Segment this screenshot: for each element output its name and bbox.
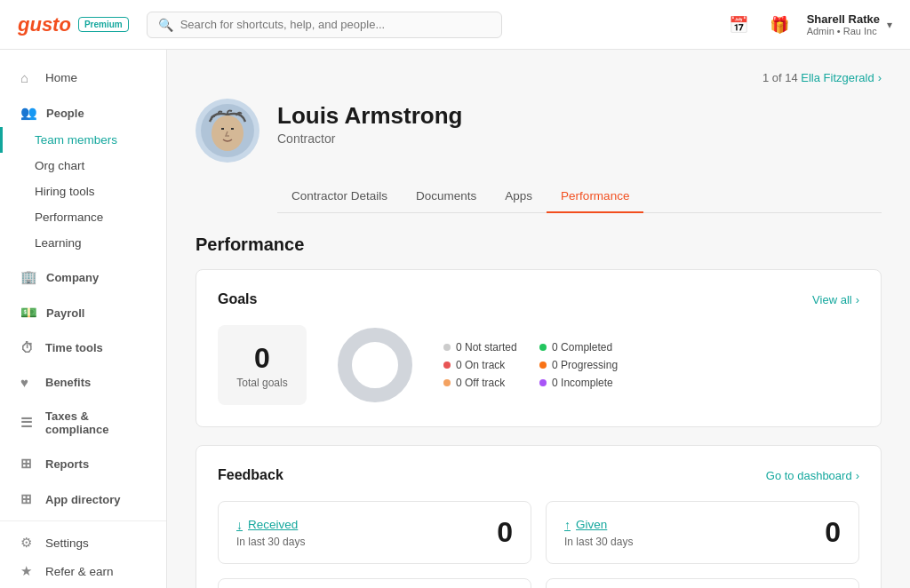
breadcrumb: 1 of 14 Ella Fitzgerald ›: [196, 71, 882, 84]
tab-performance[interactable]: Performance: [547, 180, 643, 213]
search-icon: 🔍: [158, 18, 173, 32]
sidebar-item-reports[interactable]: ⊞ Reports: [0, 449, 166, 478]
sidebar-item-label: People: [46, 107, 84, 120]
legend-dot-completed: [539, 344, 547, 351]
goals-content: 0 Total goals 0 Not started: [218, 325, 859, 405]
sidebar-item-label: App directory: [45, 493, 121, 506]
benefits-icon: ♥: [20, 375, 36, 390]
taxes-icon: ☰: [20, 415, 36, 431]
logo[interactable]: gusto Premium: [18, 13, 129, 36]
search-bar[interactable]: 🔍: [147, 12, 502, 38]
received-count: 0: [497, 516, 513, 549]
gift-icon[interactable]: 🎁: [766, 12, 793, 38]
sidebar-item-label: Org chart: [35, 159, 84, 172]
sidebar-item-app-directory[interactable]: ⊞ App directory: [0, 485, 166, 513]
refer-icon: ★: [20, 563, 36, 579]
given-link[interactable]: ↑ Given: [564, 518, 633, 532]
profile-header: Louis Armstrong Contractor: [196, 99, 882, 163]
legend-dot-off-track: [443, 379, 451, 386]
sidebar-item-label: Reports: [45, 457, 89, 471]
profile-role: Contractor: [277, 131, 462, 146]
sidebar-item-team-members[interactable]: Team members: [0, 127, 166, 153]
sidebar-item-refer-earn[interactable]: ★ Refer & earn: [0, 557, 166, 585]
sidebar-item-learning[interactable]: Learning: [0, 230, 166, 256]
dashboard-link-arrow-icon: ›: [856, 469, 859, 482]
legend-on-track: 0 On track: [443, 359, 522, 371]
feedback-requested-cell: ◎ Requested 0: [218, 578, 531, 588]
user-name: Sharell Ratke: [807, 12, 880, 26]
goals-donut-chart: [335, 325, 415, 405]
sidebar-item-label: Time tools: [45, 341, 103, 354]
premium-badge: Premium: [78, 17, 129, 32]
sidebar-item-label: Home: [45, 71, 77, 84]
legend-progressing: 0 Progressing: [539, 359, 618, 371]
feedback-received-cell: ↓ Received In last 30 days 0: [218, 501, 531, 564]
tab-contractor-details[interactable]: Contractor Details: [277, 180, 402, 213]
legend-off-track: 0 Off track: [443, 377, 522, 389]
tab-documents[interactable]: Documents: [402, 180, 491, 213]
goals-legend: 0 Not started 0 Completed 0 On track 0 P…: [443, 341, 618, 389]
legend-label-incomplete: 0 Incomplete: [552, 377, 613, 389]
legend-dot-incomplete: [539, 379, 547, 386]
legend-label-completed: 0 Completed: [552, 341, 612, 354]
time-icon: ⏱: [20, 340, 36, 355]
logo-text: gusto: [18, 13, 71, 36]
people-icon: 👥: [20, 105, 37, 121]
app-directory-icon: ⊞: [20, 491, 36, 507]
given-count: 0: [825, 516, 841, 549]
legend-label-progressing: 0 Progressing: [552, 359, 618, 371]
sidebar-item-payroll[interactable]: 💵 Payroll: [0, 298, 166, 327]
goals-card-header: Goals View all ›: [218, 291, 859, 307]
total-goals-label: Total goals: [236, 377, 287, 389]
home-icon: ⌂: [20, 70, 36, 85]
feedback-card: Feedback Go to dashboard › ↓ Received In…: [196, 445, 882, 588]
feedback-card-title: Feedback: [218, 467, 283, 483]
feedback-given-info: ↑ Given In last 30 days: [564, 518, 633, 548]
total-goals-count: 0: [254, 342, 270, 375]
sidebar-item-label: Benefits: [45, 376, 91, 389]
legend-label-on-track: 0 On track: [456, 359, 505, 371]
sidebar-item-label: Team members: [35, 133, 117, 147]
view-all-link[interactable]: View all ›: [812, 293, 859, 306]
view-all-arrow-icon: ›: [856, 293, 859, 306]
legend-completed: 0 Completed: [539, 341, 618, 354]
svg-point-5: [357, 347, 393, 383]
legend-label-not-started: 0 Not started: [456, 341, 517, 354]
legend-not-started: 0 Not started: [443, 341, 522, 354]
sidebar-item-hiring-tools[interactable]: Hiring tools: [0, 179, 166, 204]
sidebar-item-taxes[interactable]: ☰ Taxes & compliance: [0, 403, 166, 442]
received-link[interactable]: ↓ Received: [236, 518, 305, 532]
tab-apps[interactable]: Apps: [491, 180, 547, 213]
avatar: [196, 99, 259, 163]
calendar-icon[interactable]: 📅: [725, 12, 752, 38]
received-arrow-icon: ↓: [236, 518, 243, 532]
sidebar-section-people[interactable]: 👥 People: [0, 99, 166, 127]
user-menu[interactable]: Sharell Ratke Admin • Rau Inc ▾: [807, 12, 892, 36]
goals-card: Goals View all › 0 Total goals: [196, 269, 882, 427]
sidebar-item-label: Taxes & compliance: [45, 409, 148, 436]
sidebar-item-settings[interactable]: ⚙ Settings: [0, 528, 166, 557]
sidebar-item-company[interactable]: 🏢 Company: [0, 263, 166, 291]
goals-card-title: Goals: [218, 291, 257, 307]
company-icon: 🏢: [20, 269, 37, 285]
given-sublabel: In last 30 days: [564, 536, 633, 548]
reports-icon: ⊞: [20, 456, 36, 472]
feedback-given-cell: ↑ Given In last 30 days 0: [546, 501, 859, 564]
sidebar-item-time-tools[interactable]: ⏱ Time tools: [0, 334, 166, 362]
sidebar-item-label: Company: [46, 271, 99, 284]
feedback-pending-cell: ◎ Pending 0: [546, 578, 859, 588]
settings-icon: ⚙: [20, 535, 36, 551]
sidebar-item-label: Settings: [45, 536, 89, 550]
layout: ⌂ Home 👥 People Team members Org chart H…: [0, 50, 910, 588]
search-input[interactable]: [180, 18, 491, 31]
main-content: 1 of 14 Ella Fitzgerald ›: [167, 50, 910, 588]
feedback-card-header: Feedback Go to dashboard ›: [218, 467, 859, 483]
sidebar-item-org-chart[interactable]: Org chart: [0, 153, 166, 179]
breadcrumb-link[interactable]: Ella Fitzgerald: [801, 71, 874, 84]
sidebar-item-performance[interactable]: Performance: [0, 204, 166, 230]
given-arrow-icon: ↑: [564, 518, 571, 532]
go-to-dashboard-link[interactable]: Go to dashboard ›: [766, 469, 859, 482]
feedback-received-info: ↓ Received In last 30 days: [236, 518, 305, 548]
sidebar-item-home[interactable]: ⌂ Home: [0, 64, 166, 91]
sidebar-item-benefits[interactable]: ♥ Benefits: [0, 369, 166, 396]
